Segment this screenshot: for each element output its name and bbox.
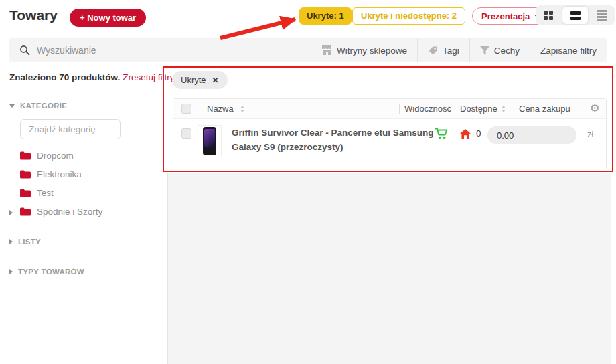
sidebar-category-dropcom[interactable]: Dropcom bbox=[20, 151, 74, 161]
sort-icon[interactable] bbox=[502, 106, 506, 112]
view-toggle-group bbox=[536, 5, 615, 25]
saved-filters-button[interactable]: Zapisane filtry bbox=[530, 38, 607, 62]
caret-right-icon[interactable] bbox=[9, 210, 13, 215]
available-count: 0 bbox=[476, 128, 481, 139]
list-view-icon bbox=[570, 11, 581, 20]
table-header-row: Nazwa Widoczność Dostępne Cena zakupu ⚙ bbox=[173, 99, 606, 119]
column-divider bbox=[514, 104, 514, 114]
sidebar-category-test[interactable]: Test bbox=[20, 188, 54, 198]
folder-icon bbox=[20, 207, 31, 216]
storefront-icon bbox=[321, 46, 332, 55]
category-label: Test bbox=[37, 188, 54, 198]
grid-view-icon bbox=[544, 11, 553, 20]
close-icon[interactable]: ✕ bbox=[212, 76, 219, 85]
column-divider bbox=[455, 104, 455, 114]
currency-label: zł bbox=[587, 129, 593, 139]
column-divider bbox=[202, 104, 202, 114]
category-label: Elektronika bbox=[37, 169, 82, 179]
lists-section-header[interactable]: LISTY bbox=[9, 238, 41, 246]
category-label: Dropcom bbox=[37, 151, 74, 161]
hidden-filter-badge[interactable]: Ukryte: 1 bbox=[299, 7, 352, 25]
products-table: Nazwa Widoczność Dostępne Cena zakupu ⚙ … bbox=[173, 98, 607, 169]
row-checkbox[interactable] bbox=[181, 128, 191, 139]
categories-section-header[interactable]: KATEGORIE bbox=[9, 102, 67, 110]
category-search-input[interactable] bbox=[20, 119, 121, 139]
folder-icon bbox=[20, 151, 31, 160]
compact-view-button[interactable] bbox=[589, 5, 615, 25]
reset-filters-link[interactable]: Zresetuj filtry bbox=[123, 72, 174, 82]
column-divider bbox=[399, 104, 400, 114]
visibility-cart-icon[interactable] bbox=[435, 128, 448, 143]
lists-header-label: LISTY bbox=[18, 238, 41, 246]
caret-right-icon bbox=[9, 269, 13, 274]
storefronts-label: Witryny sklepowe bbox=[337, 46, 407, 56]
caret-down-icon bbox=[9, 104, 15, 108]
sidebar-category-spodnie-i-szorty[interactable]: Spodnie i Szorty bbox=[20, 207, 102, 217]
categories-header-label: KATEGORIE bbox=[20, 102, 67, 110]
filter-chip-label: Ukryte bbox=[181, 75, 206, 85]
purchase-price-input[interactable] bbox=[487, 126, 576, 144]
hidden-unavailable-filter-badge[interactable]: Ukryte i niedostępne: 2 bbox=[352, 7, 465, 25]
results-summary: Znaleziono 70 produktów.Zresetuj filtry bbox=[9, 72, 175, 82]
folder-icon bbox=[20, 189, 31, 197]
grid-view-button[interactable] bbox=[536, 5, 561, 25]
search-field-area[interactable] bbox=[9, 45, 311, 56]
tags-button[interactable]: Tagi bbox=[417, 38, 469, 62]
list-view-button[interactable] bbox=[562, 7, 588, 24]
phone-image bbox=[203, 127, 216, 155]
product-types-section-header[interactable]: TYPY TOWARÓW bbox=[9, 268, 84, 276]
column-header-purchase-price[interactable]: Cena zakupu bbox=[519, 104, 570, 114]
compact-view-icon bbox=[597, 10, 607, 21]
page-title: Towary bbox=[9, 7, 58, 23]
column-header-available[interactable]: Dostępne bbox=[460, 104, 497, 114]
search-bar: Witryny sklepowe Tagi Cechy Zapisane fil… bbox=[9, 38, 607, 62]
select-all-checkbox[interactable] bbox=[181, 104, 191, 114]
tags-label: Tagi bbox=[443, 46, 459, 56]
search-input[interactable] bbox=[37, 45, 238, 56]
search-icon bbox=[19, 45, 30, 56]
saved-filters-label: Zapisane filtry bbox=[540, 46, 597, 56]
presentation-label: Prezentacja bbox=[481, 11, 530, 21]
product-thumbnail[interactable] bbox=[198, 125, 222, 157]
folder-icon bbox=[20, 170, 31, 179]
product-types-header-label: TYPY TOWARÓW bbox=[18, 268, 84, 276]
stock-warehouse-icon[interactable] bbox=[460, 129, 471, 141]
search-filter-buttons: Witryny sklepowe Tagi Cechy Zapisane fil… bbox=[311, 38, 607, 62]
features-label: Cechy bbox=[494, 46, 520, 56]
table-row: Griffin Survivor Clear - Pancerne etui S… bbox=[173, 119, 606, 169]
caret-right-icon bbox=[9, 239, 13, 244]
storefronts-button[interactable]: Witryny sklepowe bbox=[311, 38, 417, 62]
sidebar-category-elektronika[interactable]: Elektronika bbox=[20, 169, 82, 179]
column-header-visibility[interactable]: Widoczność bbox=[404, 104, 451, 114]
category-label: Spodnie i Szorty bbox=[37, 207, 102, 217]
features-button[interactable]: Cechy bbox=[469, 38, 530, 62]
table-empty-area bbox=[167, 173, 611, 364]
new-product-button[interactable]: + Nowy towar bbox=[70, 9, 146, 27]
gear-icon[interactable]: ⚙ bbox=[590, 102, 599, 115]
results-count: Znaleziono 70 produktów. bbox=[9, 72, 120, 82]
active-filter-chip: Ukryte ✕ bbox=[172, 71, 228, 89]
sort-icon[interactable] bbox=[240, 106, 244, 112]
filter-funnel-icon bbox=[480, 46, 489, 55]
product-name-link[interactable]: Griffin Survivor Clear - Pancerne etui S… bbox=[232, 126, 456, 154]
tag-icon bbox=[428, 46, 438, 56]
column-header-name[interactable]: Nazwa bbox=[207, 104, 234, 114]
